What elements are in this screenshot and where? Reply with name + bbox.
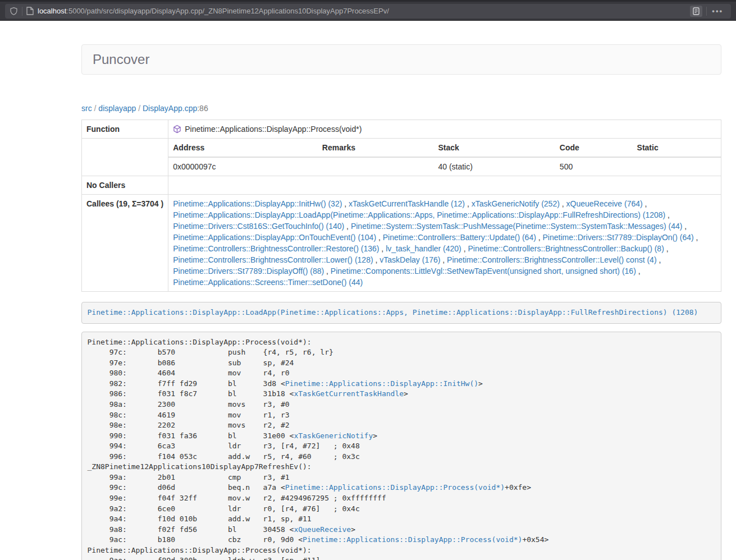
- breadcrumb: src / displayapp / DisplayApp.cpp:86: [81, 104, 721, 113]
- stats-data-row: 0x0000097c 40 (static) 500: [168, 157, 721, 176]
- column-header-stack: Stack: [433, 139, 555, 157]
- callee-link[interactable]: Pinetime::Applications::DisplayApp::Init…: [173, 199, 342, 208]
- url-text[interactable]: localhost:5000/path/src/displayapp/Displ…: [38, 7, 690, 15]
- callee-link[interactable]: Pinetime::Controllers::BrightnessControl…: [447, 255, 656, 264]
- callee-separator: ,: [636, 267, 641, 276]
- callee-link[interactable]: Pinetime::Controllers::BrightnessControl…: [173, 244, 379, 253]
- callee-separator: ,: [536, 233, 543, 242]
- callee-separator: ,: [461, 244, 468, 253]
- callee-link[interactable]: vTaskDelay (176): [380, 255, 440, 264]
- callee-separator: ,: [379, 244, 386, 253]
- shield-icon[interactable]: [10, 7, 18, 16]
- disassembly: Pinetime::Applications::DisplayApp::Proc…: [81, 332, 721, 560]
- callee-link[interactable]: Pinetime::Components::LittleVgl::SetNewT…: [331, 267, 636, 276]
- address-value: 0x0000097c: [168, 157, 318, 176]
- symbol-link[interactable]: xQueueReceive: [294, 525, 351, 534]
- callee-link[interactable]: Pinetime::Applications::DisplayApp::Load…: [173, 210, 665, 219]
- callee-link[interactable]: xTaskGenericNotify (252): [472, 199, 560, 208]
- symbol-link[interactable]: xTaskGetCurrentTaskHandle: [294, 389, 404, 398]
- table-row: No Callers: [82, 176, 721, 195]
- callers-cell: [168, 176, 721, 195]
- symbol-link[interactable]: xTaskGenericNotify: [294, 432, 373, 440]
- page-actions-menu-icon[interactable]: •••: [712, 7, 723, 15]
- column-header-address: Address: [168, 139, 318, 157]
- symbol-cube-icon: [173, 125, 181, 134]
- function-name: Pinetime::Applications::DisplayApp::Proc…: [185, 123, 362, 135]
- breadcrumb-separator: /: [138, 104, 140, 113]
- symbol-link[interactable]: Pinetime::Applications::DisplayApp::Proc…: [303, 535, 522, 544]
- callee-separator: ,: [657, 255, 661, 264]
- callee-link[interactable]: lv_task_handler (420): [386, 244, 461, 253]
- no-callers-label: No Callers: [82, 176, 168, 195]
- highlighted-symbol-box: Pinetime::Applications::DisplayApp::Load…: [81, 302, 721, 324]
- callee-link[interactable]: Pinetime::Drivers::Cst816S::GetTouchInfo…: [173, 222, 344, 231]
- url-bar[interactable]: localhost:5000/path/src/displayapp/Displ…: [5, 4, 731, 19]
- table-row: Address Remarks Stack Code Static 0x0000…: [82, 139, 721, 176]
- stack-value: 40 (static): [433, 157, 555, 176]
- browser-toolbar: localhost:5000/path/src/displayapp/Displ…: [0, 2, 736, 20]
- breadcrumb-separator: /: [94, 104, 97, 113]
- symbol-link[interactable]: Pinetime::Applications::DisplayApp::Init…: [285, 379, 478, 388]
- callee-link[interactable]: xTaskGetCurrentTaskHandle (12): [349, 199, 465, 208]
- callee-separator: ,: [324, 267, 331, 276]
- callee-separator: ,: [465, 199, 472, 208]
- function-row-label: Function: [82, 120, 168, 139]
- stats-header-row: Address Remarks Stack Code Static: [168, 139, 721, 157]
- page-icon[interactable]: [26, 7, 34, 15]
- static-value: [633, 157, 721, 176]
- highlighted-symbol-link[interactable]: Pinetime::Applications::DisplayApp::Load…: [88, 308, 698, 316]
- callee-link[interactable]: Pinetime::Drivers::St7789::DisplayOff() …: [173, 267, 324, 276]
- callee-separator: ,: [643, 199, 647, 208]
- url-path: :5000/path/src/displayapp/DisplayApp.cpp…: [66, 7, 389, 15]
- function-stats-table: Address Remarks Stack Code Static 0x0000…: [168, 139, 721, 176]
- empty-label-cell: [82, 139, 168, 176]
- callee-separator: ,: [682, 222, 687, 231]
- browser-chrome: localhost:5000/path/src/displayapp/Displ…: [0, 0, 736, 21]
- callee-separator: ,: [560, 199, 566, 208]
- callee-separator: ,: [694, 233, 698, 242]
- callee-link[interactable]: Pinetime::Controllers::BrightnessControl…: [468, 244, 664, 253]
- table-row: Callees (19, Σ=3704 ) Pinetime::Applicat…: [82, 195, 721, 292]
- symbol-link[interactable]: Pinetime::Applications::DisplayApp::Proc…: [285, 483, 505, 492]
- function-detail-table: Function Pinetime::Applications::Display…: [81, 120, 721, 292]
- urlbar-divider: [22, 7, 22, 16]
- callee-link[interactable]: Pinetime::Controllers::BrightnessControl…: [173, 255, 373, 264]
- breadcrumb-line-number: :86: [197, 104, 208, 113]
- column-header-static: Static: [633, 139, 721, 157]
- callee-separator: ,: [440, 255, 447, 264]
- callee-link[interactable]: Pinetime::Controllers::Battery::Update()…: [383, 233, 536, 242]
- page-content: Puncover src / displayapp / DisplayApp.c…: [81, 44, 721, 560]
- callee-separator: ,: [664, 244, 669, 253]
- callees-list: Pinetime::Applications::DisplayApp::Init…: [168, 195, 721, 292]
- breadcrumb-displayapp-link[interactable]: displayapp: [98, 104, 136, 113]
- column-header-remarks: Remarks: [318, 139, 434, 157]
- callee-link[interactable]: Pinetime::Applications::Screens::Timer::…: [173, 278, 363, 287]
- app-header: Puncover: [81, 44, 721, 75]
- column-header-code: Code: [555, 139, 633, 157]
- callee-separator: ,: [376, 233, 383, 242]
- callee-link[interactable]: Pinetime::Applications::DisplayApp::OnTo…: [173, 233, 376, 242]
- table-row: Function Pinetime::Applications::Display…: [82, 120, 721, 139]
- callee-link[interactable]: Pinetime::System::SystemTask::PushMessag…: [351, 222, 683, 231]
- breadcrumb-file-link[interactable]: DisplayApp.cpp: [143, 104, 197, 113]
- code-size-value: 500: [555, 157, 633, 176]
- remarks-value: [318, 157, 434, 176]
- callee-separator: ,: [344, 222, 351, 231]
- url-host: localhost: [38, 7, 66, 15]
- reader-mode-icon[interactable]: [690, 6, 702, 17]
- urlbar-divider-2: [706, 7, 707, 16]
- callee-separator: ,: [342, 199, 349, 208]
- callee-link[interactable]: xQueueReceive (764): [566, 199, 643, 208]
- callees-label: Callees (19, Σ=3704 ): [82, 195, 168, 292]
- callee-separator: ,: [373, 255, 380, 264]
- page-title: Puncover: [93, 52, 149, 67]
- callee-link[interactable]: Pinetime::Drivers::St7789::DisplayOn() (…: [543, 233, 694, 242]
- breadcrumb-src-link[interactable]: src: [81, 104, 92, 113]
- callee-separator: ,: [665, 210, 670, 219]
